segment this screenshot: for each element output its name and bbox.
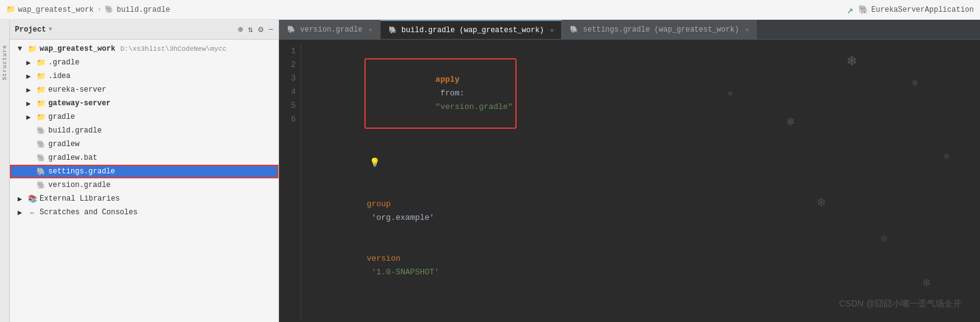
idea-icon: 📁	[36, 72, 46, 81]
ext-libs-icon: 📚	[27, 194, 37, 204]
eureka-icon: 🐘	[858, 4, 869, 15]
gateway-icon: 📁	[36, 99, 46, 108]
breadcrumb-project-label: wap_greatest_work	[18, 6, 93, 14]
project-header: Project ▼ ⊕ ⇅ ⚙ −	[10, 20, 278, 40]
scratches-expand: ▶	[15, 208, 25, 217]
build-gradle-label: build.gradle	[48, 126, 101, 135]
tree-item-gradlew[interactable]: 🐘 gradlew	[10, 137, 278, 151]
code-area: 1 2 3 4 5 6 apply from: "version.gradle"	[279, 45, 980, 320]
ext-libs-expand: ▶	[15, 194, 25, 204]
tree-item-version-gradle[interactable]: 🐘 version.gradle	[10, 178, 278, 192]
eureka-button[interactable]: 🐘 EurekaServerApplication	[858, 4, 974, 15]
tab-settings-icon: 🐘	[569, 25, 579, 33]
kw-group: group	[367, 199, 391, 209]
ext-libs-label: External Libraries	[40, 194, 120, 203]
code-lines: apply from: "version.gradle" 💡 group 'or…	[309, 45, 980, 320]
project-title: Project ▼	[15, 25, 52, 34]
version-gradle-label: version.gradle	[48, 181, 111, 189]
gateway-expand: ▶	[24, 99, 33, 108]
root-path: D:\xs3hlist\3hCodeNew\mycc	[120, 45, 226, 53]
tab-settings-close[interactable]: ✕	[745, 26, 749, 33]
tree-item-settings-gradle[interactable]: 🐘 settings.gradle	[10, 165, 278, 178]
breadcrumb-separator: ›	[97, 6, 101, 13]
sort-icon[interactable]: ⇅	[248, 24, 253, 35]
breadcrumb-file-label: build.gradle	[116, 6, 170, 14]
structure-panel: Structure	[0, 20, 10, 322]
tree-item-gradle-dir[interactable]: ▶ 📁 gradle	[10, 110, 278, 124]
top-bar: 📁 wap_greatest_work › 🐘 build.gradle ↗ 🐘…	[0, 0, 980, 20]
project-panel: Project ▼ ⊕ ⇅ ⚙ − ▼ 📁 wap_greatest_work …	[10, 20, 279, 322]
eureka-label: EurekaServerApplication	[871, 6, 974, 14]
tab-version-close[interactable]: ✕	[369, 26, 372, 33]
line-numbers: 1 2 3 4 5 6	[279, 45, 301, 320]
gradlew-bat-icon: 🐘	[36, 154, 46, 163]
kw-apply: apply	[436, 75, 460, 84]
code-line-3: group 'org.example'	[309, 184, 980, 238]
group-value: 'org.example'	[367, 213, 434, 222]
minimize-icon[interactable]: −	[269, 25, 273, 35]
scratches-icon: ✏️	[27, 208, 37, 217]
build-gradle-icon: 🐘	[36, 126, 46, 136]
code-line-1: apply from: "version.gradle"	[309, 45, 980, 142]
gateway-label: gateway-server	[48, 99, 111, 108]
settings-icon[interactable]: ⚙	[258, 24, 263, 35]
tree-item-gateway[interactable]: ▶ 📁 gateway-server	[10, 97, 278, 110]
scratches-label: Scratches and Consoles	[40, 208, 137, 217]
project-tree: ▼ 📁 wap_greatest_work D:\xs3hlist\3hCode…	[10, 40, 278, 322]
code-line-2: 💡	[309, 142, 980, 184]
gradle-hidden-icon: 📁	[36, 58, 46, 67]
editor-area: 🐘 version.gradle ✕ 🐘 build.gradle (wap_g…	[279, 20, 980, 322]
root-expand-icon: ▼	[15, 45, 25, 53]
main-layout: Structure Project ▼ ⊕ ⇅ ⚙ − ▼ 📁 wap_grea…	[0, 20, 980, 322]
breadcrumb-project[interactable]: 📁 wap_greatest_work	[6, 5, 93, 14]
breadcrumb-file[interactable]: 🐘 build.gradle	[105, 5, 170, 14]
root-folder-icon: 📁	[27, 45, 37, 54]
settings-gradle-label: settings.gradle	[48, 167, 115, 176]
tab-version-label: version.gradle	[300, 25, 363, 34]
gradle-dir-icon: 📁	[36, 113, 46, 122]
gradle-hidden-label: .gradle	[48, 58, 79, 67]
eureka-folder-icon: 📁	[36, 85, 46, 95]
version-string: "version.gradle"	[436, 102, 513, 111]
eureka-folder-label: eureka-server	[48, 85, 106, 94]
code-line-4: version '1.0-SNAPSHOT'	[309, 238, 980, 293]
tree-item-ext-libs[interactable]: ▶ 📚 External Libraries	[10, 192, 278, 206]
tabs-bar: 🐘 version.gradle ✕ 🐘 build.gradle (wap_g…	[279, 20, 980, 40]
tab-version-gradle[interactable]: 🐘 version.gradle ✕	[279, 20, 380, 39]
tree-item-idea[interactable]: ▶ 📁 .idea	[10, 69, 278, 83]
gradlew-bat-label: gradlew.bat	[48, 154, 97, 162]
tree-item-eureka[interactable]: ▶ 📁 eureka-server	[10, 83, 278, 97]
lightbulb-icon[interactable]: 💡	[369, 158, 380, 168]
tree-item-root[interactable]: ▼ 📁 wap_greatest_work D:\xs3hlist\3hCode…	[10, 42, 278, 56]
tree-item-scratches[interactable]: ▶ ✏️ Scratches and Consoles	[10, 206, 278, 219]
from-text: from:	[436, 89, 470, 98]
tree-item-gradlew-bat[interactable]: 🐘 gradlew.bat	[10, 151, 278, 165]
tree-item-build-gradle[interactable]: 🐘 build.gradle	[10, 124, 278, 137]
tree-item-gradle-hidden[interactable]: ▶ 📁 .gradle	[10, 56, 278, 69]
kw-version: version	[367, 254, 401, 263]
idea-expand: ▶	[24, 72, 33, 81]
version-value: '1.0-SNAPSHOT'	[367, 268, 439, 277]
arrow-icon: ↗	[847, 3, 854, 17]
gradle-dir-expand: ▶	[24, 113, 33, 122]
project-header-icons: ⊕ ⇅ ⚙ −	[238, 24, 273, 35]
eureka-expand: ▶	[24, 85, 33, 95]
idea-label: .idea	[48, 72, 71, 80]
add-icon[interactable]: ⊕	[238, 24, 243, 35]
tab-build-icon: 🐘	[388, 26, 398, 34]
project-title-label: Project	[15, 25, 46, 34]
tab-settings-gradle[interactable]: 🐘 settings.gradle (wap_greatest_work) ✕	[562, 20, 757, 39]
structure-label: Structure	[2, 45, 8, 80]
tab-build-close[interactable]: ✕	[550, 27, 554, 34]
gradle-hidden-expand: ▶	[24, 58, 33, 67]
project-dropdown-icon[interactable]: ▼	[48, 26, 52, 33]
version-gradle-icon: 🐘	[36, 181, 46, 190]
tab-build-gradle[interactable]: 🐘 build.gradle (wap_greatest_work) ✕	[380, 20, 562, 39]
settings-gradle-icon: 🐘	[36, 167, 46, 176]
tab-settings-label: settings.gradle (wap_greatest_work)	[583, 25, 739, 34]
gradlew-icon: 🐘	[36, 140, 46, 149]
root-label: wap_greatest_work	[40, 45, 115, 53]
editor-content[interactable]: 1 2 3 4 5 6 apply from: "version.gradle"	[279, 40, 980, 322]
gradlew-label: gradlew	[48, 140, 79, 149]
watermark: CSDN @囧囧小嘴一歪气场全开	[839, 298, 961, 310]
